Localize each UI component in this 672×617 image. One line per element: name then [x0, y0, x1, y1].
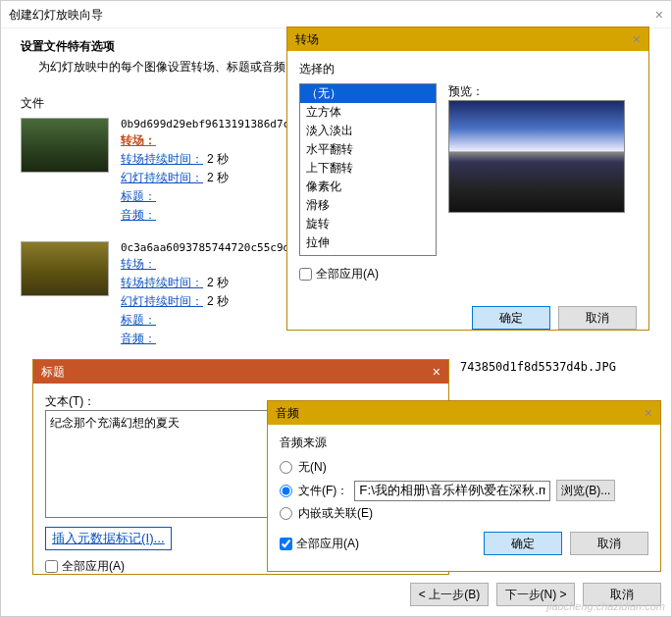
- audio-embed-label: 内嵌或关联(E): [298, 505, 373, 522]
- slide-duration-link[interactable]: 幻灯持续时间：: [121, 294, 203, 308]
- audio-dialog-title: 音频: [276, 401, 299, 425]
- slide-duration-value: 2 秒: [207, 294, 229, 308]
- transition-option[interactable]: 百叶窗: [300, 252, 436, 256]
- preview-label: 预览：: [448, 83, 637, 100]
- transition-duration-link[interactable]: 转场持续时间：: [121, 152, 203, 166]
- cancel-button[interactable]: 取消: [570, 532, 648, 555]
- apply-all-label[interactable]: 全部应用(A): [299, 267, 379, 281]
- audio-embed-radio[interactable]: [280, 507, 292, 520]
- slide-duration-value: 2 秒: [207, 171, 229, 184]
- transition-dialog-title: 转场: [295, 27, 319, 51]
- apply-all-checkbox[interactable]: [299, 268, 312, 281]
- audio-file-radio[interactable]: [280, 485, 292, 497]
- transition-option[interactable]: 上下翻转: [300, 159, 436, 178]
- preview-image: [448, 100, 625, 213]
- title-dialog-title: 标题: [41, 360, 65, 384]
- ok-button[interactable]: 确定: [484, 532, 562, 555]
- close-icon[interactable]: ×: [645, 401, 652, 425]
- selected-label: 选择的: [299, 61, 637, 77]
- transition-duration-link[interactable]: 转场持续时间：: [121, 276, 203, 289]
- audio-file-label: 文件(F)：: [298, 483, 348, 499]
- transition-duration-value: 2 秒: [207, 152, 229, 166]
- prev-button[interactable]: < 上一步(B): [410, 583, 489, 606]
- file-id: 0b9d699d29ebf9613191386d7c: [121, 118, 289, 130]
- close-icon[interactable]: ×: [433, 360, 440, 384]
- file-id: 0c3a6aa6093785744720c55c9d: [121, 241, 289, 254]
- transition-option[interactable]: 水平翻转: [300, 140, 436, 159]
- close-icon[interactable]: ×: [655, 1, 663, 27]
- audio-link[interactable]: 音频：: [121, 332, 156, 345]
- next-button[interactable]: 下一步(N) >: [496, 583, 575, 606]
- transition-option[interactable]: （无）: [300, 84, 436, 103]
- transition-option[interactable]: 像素化: [300, 178, 436, 196]
- slide-duration-link[interactable]: 幻灯持续时间：: [121, 171, 203, 184]
- audio-link[interactable]: 音频：: [121, 208, 156, 222]
- apply-all-label[interactable]: 全部应用(A): [45, 559, 125, 573]
- file-thumbnail[interactable]: [21, 241, 109, 296]
- title-link[interactable]: 标题：: [121, 189, 156, 203]
- apply-all-checkbox[interactable]: [45, 560, 58, 573]
- transition-link[interactable]: 转场：: [121, 133, 156, 147]
- audio-none-label: 无(N): [298, 459, 327, 476]
- transition-option[interactable]: 拉伸: [300, 233, 436, 252]
- cancel-button[interactable]: 取消: [558, 306, 637, 330]
- audio-dialog: 音频 × 音频来源 无(N) 文件(F)： 浏览(B)... 内嵌或关联(E) …: [267, 400, 661, 572]
- audio-file-path[interactable]: [354, 481, 550, 501]
- apply-all-label[interactable]: 全部应用(A): [280, 536, 359, 552]
- title-link[interactable]: 标题：: [121, 313, 156, 327]
- apply-all-checkbox[interactable]: [280, 538, 292, 550]
- transition-option[interactable]: 淡入淡出: [300, 122, 436, 140]
- transition-option[interactable]: 立方体: [300, 103, 436, 122]
- file-thumbnail[interactable]: [21, 118, 109, 173]
- transition-option[interactable]: 滑移: [300, 196, 436, 215]
- transition-listbox[interactable]: （无） 立方体 淡入淡出 水平翻转 上下翻转 像素化 滑移 旋转 拉伸 百叶窗 …: [299, 83, 437, 256]
- browse-button[interactable]: 浏览(B)...: [556, 480, 615, 501]
- transition-option[interactable]: 旋转: [300, 215, 436, 233]
- wizard-title: 创建幻灯放映向导: [9, 1, 103, 27]
- close-icon[interactable]: ×: [633, 27, 641, 51]
- cancel-button[interactable]: 取消: [583, 583, 661, 606]
- insert-metadata-button[interactable]: 插入元数据标记(I)...: [45, 527, 172, 550]
- audio-source-label: 音频来源: [280, 435, 648, 451]
- orphan-file-id: 743850d1f8d5537d4b.JPG: [460, 360, 616, 374]
- transition-dialog: 转场 × 选择的 （无） 立方体 淡入淡出 水平翻转 上下翻转 像素化 滑移 旋…: [286, 26, 649, 331]
- audio-none-radio[interactable]: [280, 461, 292, 474]
- transition-link[interactable]: 转场：: [121, 257, 156, 271]
- transition-duration-value: 2 秒: [207, 276, 229, 289]
- ok-button[interactable]: 确定: [472, 306, 550, 330]
